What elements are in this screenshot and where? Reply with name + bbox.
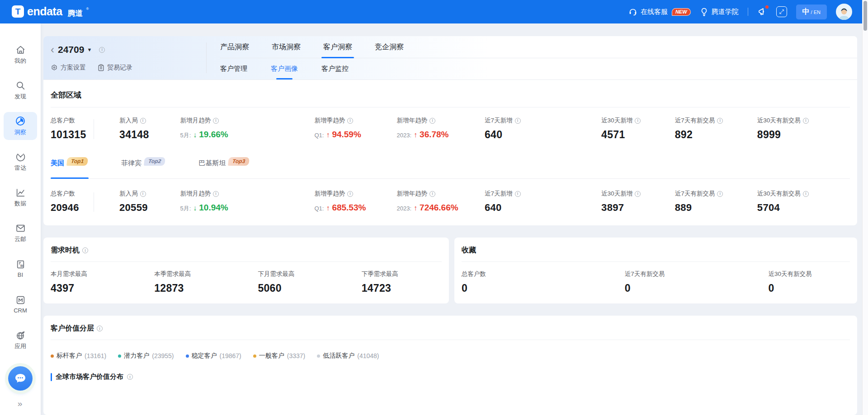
info-icon[interactable]: ! [429, 118, 435, 124]
stat-yearly-trend: 新增年趋势! 2023:↑7246.66% [397, 190, 485, 214]
info-icon[interactable]: ! [717, 118, 723, 124]
legend-low-activity-customers[interactable]: 低活跃客户 (41048) [317, 352, 379, 360]
tab-market-insight[interactable]: 市场洞察 [272, 36, 301, 58]
trade-records-label: 贸易记录 [107, 64, 132, 72]
chat-fab-button[interactable] [8, 366, 33, 391]
sidebar-item-radar[interactable]: 雷达 [4, 148, 37, 176]
announcements-button[interactable] [757, 7, 767, 17]
main-content: ‹ 24709 ▼ ! 方案设置 [43, 36, 857, 415]
legend-general-customers[interactable]: 一般客户 (3337) [253, 352, 305, 360]
logo-registered-mark: ® [86, 7, 89, 11]
info-icon[interactable]: ! [515, 191, 521, 197]
plan-settings-link[interactable]: 方案设置 [51, 64, 86, 72]
crm-icon [15, 295, 26, 305]
info-icon[interactable]: ! [635, 191, 641, 197]
stat-new-7days: 近7天新增! 640 [485, 117, 601, 141]
info-icon[interactable]: ! [99, 47, 105, 53]
info-icon[interactable]: ! [717, 191, 723, 197]
plan-id[interactable]: 24709 [58, 44, 84, 55]
country-tab-pakistan[interactable]: 巴基斯坦 Top3 [198, 154, 249, 178]
stat-new-30days: 近30天新增! 4571 [601, 117, 675, 141]
insight-pie-icon [15, 116, 26, 126]
info-icon[interactable]: ! [347, 118, 353, 124]
stat-fav-trade-7days: 近7天有新交易 0 [625, 270, 769, 294]
stat-total-customers: 总客户数 101315 [51, 117, 119, 141]
scrollbar-thumb[interactable] [863, 1, 867, 31]
language-switch[interactable]: 中 / EN [796, 5, 827, 19]
global-value-distribution-heading: 全球市场客户价值分布 ! [51, 373, 850, 381]
customer-value-card: 客户价值分层! 标杆客户 (13161) 潜力客户 (23955) 稳定客户 (… [43, 316, 857, 415]
legend-potential-customers[interactable]: 潜力客户 (23955) [118, 352, 174, 360]
stat-monthly-trend: 新增月趋势! 5月:↓19.66% [180, 117, 314, 141]
stat-month-peak: 本月需求最高 4397 [51, 270, 154, 294]
info-icon[interactable]: ! [803, 191, 809, 197]
tab-product-insight[interactable]: 产品洞察 [220, 36, 249, 58]
page-header: ‹ 24709 ▼ ! 方案设置 [43, 36, 857, 80]
sidebar-item-label: 应用 [14, 342, 26, 350]
info-icon[interactable]: ! [127, 374, 133, 380]
back-icon[interactable]: ‹ [51, 45, 54, 54]
stat-next-quarter-peak: 下季需求最高 14723 [362, 270, 442, 294]
tab-customer-profile[interactable]: 客户画像 [271, 58, 298, 79]
sidebar-item-discover[interactable]: 发现 [4, 76, 37, 104]
stat-new-entrants: 新入局! 20559 [119, 190, 180, 214]
arrow-up-icon: ↑ [414, 131, 417, 139]
trade-records-link[interactable]: 贸易记录 [98, 64, 132, 72]
info-icon[interactable]: ! [140, 191, 146, 197]
chevron-down-icon[interactable]: ▼ [87, 47, 92, 52]
info-icon[interactable]: ! [140, 118, 146, 124]
demand-timing-card: 需求时机! 本月需求最高 4397 本季需求最高 12873 下月需求最高 50… [43, 238, 449, 303]
svg-text:BI: BI [20, 264, 23, 267]
stat-fav-trade-30days: 近30天有新交易 0 [769, 270, 850, 294]
country-tab-usa[interactable]: 美国 Top1 [51, 154, 88, 178]
info-icon[interactable]: ! [635, 118, 641, 124]
online-service-link[interactable]: 在线客服 NEW [628, 7, 691, 16]
legend-benchmark-customers[interactable]: 标杆客户 (13161) [51, 352, 106, 360]
fullscreen-button[interactable]: ⤢ [776, 6, 787, 17]
academy-link[interactable]: 腾道学院 [700, 7, 739, 16]
tab-customer-insight[interactable]: 客户洞察 [323, 36, 352, 58]
main-tab-bar: 产品洞察 市场洞察 客户洞察 竞企洞察 [220, 36, 857, 58]
stat-new-30days: 近30天新增! 3897 [601, 190, 675, 214]
home-icon [15, 45, 26, 55]
tab-customer-management[interactable]: 客户管理 [220, 58, 247, 79]
info-icon[interactable]: ! [347, 191, 353, 197]
topbar-divider [748, 8, 748, 16]
info-icon[interactable]: ! [82, 247, 88, 253]
info-icon[interactable]: ! [213, 118, 219, 124]
sidebar-item-bi[interactable]: BI BI [4, 255, 37, 283]
logo-word: endata [27, 5, 62, 18]
info-icon[interactable]: ! [213, 191, 219, 197]
sidebar-item-label: 云邮 [14, 235, 26, 243]
sidebar-item-crm[interactable]: CRM [4, 290, 37, 318]
info-icon[interactable]: ! [429, 191, 435, 197]
sidebar-item-mine[interactable]: 我的 [4, 41, 37, 69]
country-tab-philippines[interactable]: 菲律宾 Top2 [121, 154, 165, 178]
sidebar-item-insight[interactable]: 洞察 [4, 112, 37, 140]
user-avatar[interactable] [836, 4, 852, 20]
tendata-logo[interactable]: T endata 腾道 ® [12, 5, 89, 19]
sidebar-item-apps[interactable]: 应用 [4, 326, 37, 354]
legend-stable-customers[interactable]: 稳定客户 (19867) [186, 352, 241, 360]
tab-competitor-insight[interactable]: 竞企洞察 [375, 36, 404, 58]
top3-badge: Top3 [228, 157, 250, 166]
divider [51, 107, 850, 107]
sub-tab-bar: 客户管理 客户画像 客户监控 [220, 58, 857, 79]
arrow-up-icon: ↑ [414, 204, 417, 212]
top2-badge: Top2 [144, 157, 165, 166]
info-icon[interactable]: ! [97, 326, 103, 331]
sidebar-expand-icon[interactable]: » [18, 399, 24, 409]
notification-dot [765, 5, 769, 9]
sidebar-item-data[interactable]: 数据 [4, 183, 37, 211]
info-icon[interactable]: ! [515, 118, 521, 124]
info-icon[interactable]: ! [803, 118, 809, 124]
stat-yearly-trend: 新增年趋势! 2023:↑36.78% [397, 117, 485, 141]
sidebar-item-label: 我的 [14, 57, 26, 65]
tab-customer-monitoring[interactable]: 客户监控 [321, 58, 349, 79]
country-stats-row: 总客户数 20946 新入局! 20559 新增月趋势! 5月:↓10.94% … [51, 190, 850, 214]
lang-en: / EN [811, 9, 821, 15]
divider [51, 340, 850, 340]
page-scrollbar[interactable] [862, 0, 868, 415]
sidebar-item-mail[interactable]: 云邮 [4, 219, 37, 247]
stat-trade-30days: 近30天有新交易! 5704 [757, 190, 850, 214]
